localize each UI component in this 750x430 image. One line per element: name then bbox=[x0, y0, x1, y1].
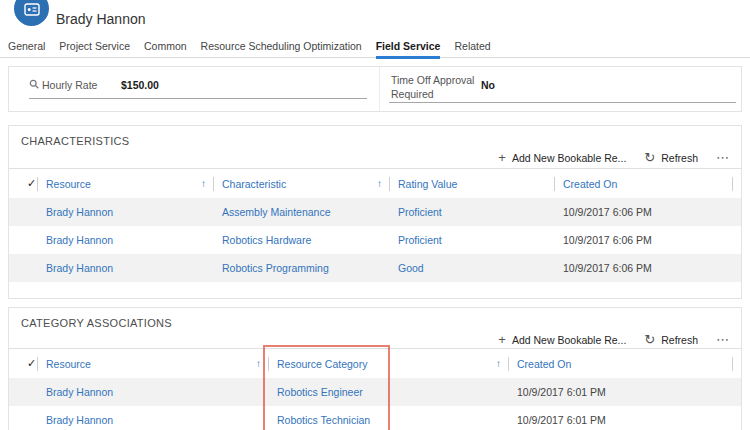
characteristics-grid: ✓ Resource ↑ Characteristic ↑ Rating Val… bbox=[9, 168, 741, 282]
column-header-label: Resource bbox=[46, 178, 91, 190]
page-title: Brady Hannon bbox=[56, 11, 146, 27]
column-divider bbox=[379, 67, 380, 111]
grid-header-row: ✓ Resource ↑ Characteristic ↑ Rating Val… bbox=[9, 168, 741, 198]
column-header-resource-category[interactable]: Resource Category ↑ bbox=[268, 349, 508, 378]
hourly-rate-value[interactable]: $150.00 bbox=[121, 79, 159, 91]
column-header-label: Rating Value bbox=[398, 178, 457, 190]
sort-ascending-icon: ↑ bbox=[496, 358, 501, 369]
table-row[interactable]: Brady Hannon Robotics Engineer 10/9/2017… bbox=[9, 378, 741, 406]
resource-link[interactable]: Brady Hannon bbox=[37, 234, 213, 246]
avatar bbox=[14, 0, 49, 26]
contact-badge-icon bbox=[24, 3, 40, 26]
created-on-cell: 10/9/2017 6:06 PM bbox=[554, 262, 732, 274]
resource-form-page: Brady Hannon General Project Service Com… bbox=[0, 0, 750, 430]
field-service-fields-section: Hourly Rate $150.00 Time Off Approval Re… bbox=[8, 66, 742, 112]
sort-ascending-icon: ↑ bbox=[377, 178, 382, 189]
created-on-cell: 10/9/2017 6:01 PM bbox=[508, 386, 732, 398]
refresh-button-label: Refresh bbox=[661, 334, 698, 346]
resource-link[interactable]: Brady Hannon bbox=[37, 414, 268, 426]
column-header-label: Resource bbox=[46, 358, 91, 370]
category-associations-grid: ✓ Resource ↑ Resource Category ↑ Created… bbox=[9, 348, 741, 430]
resource-link[interactable]: Brady Hannon bbox=[37, 206, 213, 218]
rating-value-link[interactable]: Good bbox=[389, 262, 554, 274]
category-associations-toolbar: + Add New Bookable Re... ↻ Refresh ⋯ bbox=[498, 332, 729, 347]
column-header-created-on[interactable]: Created On bbox=[508, 349, 732, 378]
table-row[interactable]: Brady Hannon Robotics Hardware Proficien… bbox=[9, 226, 741, 254]
refresh-button[interactable]: ↻ Refresh bbox=[644, 151, 698, 164]
characteristic-link[interactable]: Assembly Maintenance bbox=[213, 206, 389, 218]
resource-link[interactable]: Brady Hannon bbox=[37, 262, 213, 274]
created-on-cell: 10/9/2017 6:06 PM bbox=[554, 234, 732, 246]
form-tab-bar: General Project Service Common Resource … bbox=[0, 39, 750, 58]
sort-ascending-icon: ↑ bbox=[256, 358, 261, 369]
time-off-approval-value[interactable]: No bbox=[481, 79, 495, 91]
column-header-created-on[interactable]: Created On bbox=[554, 169, 732, 198]
refresh-icon: ↻ bbox=[644, 151, 655, 164]
select-all-checkbox[interactable]: ✓ bbox=[9, 357, 37, 370]
characteristics-section: CHARACTERISTICS + Add New Bookable Re...… bbox=[8, 125, 742, 299]
tab-related[interactable]: Related bbox=[454, 40, 490, 57]
ellipsis-icon: ⋯ bbox=[716, 332, 729, 347]
column-header-label: Resource Category bbox=[277, 358, 367, 370]
more-commands-button[interactable]: ⋯ bbox=[716, 150, 729, 165]
created-on-cell: 10/9/2017 6:06 PM bbox=[554, 206, 732, 218]
hourly-rate-label: Hourly Rate bbox=[42, 79, 97, 91]
column-header-resource[interactable]: Resource ↑ bbox=[37, 169, 213, 198]
refresh-button-label: Refresh bbox=[661, 152, 698, 164]
field-underline bbox=[29, 98, 367, 99]
header-spacer bbox=[732, 349, 741, 378]
tab-common[interactable]: Common bbox=[144, 40, 187, 57]
add-button-label: Add New Bookable Re... bbox=[512, 152, 626, 164]
time-off-approval-label: Time Off Approval Required bbox=[391, 73, 479, 101]
table-row[interactable]: Brady Hannon Robotics Programming Good 1… bbox=[9, 254, 741, 282]
column-header-resource[interactable]: Resource ↑ bbox=[37, 349, 268, 378]
sort-ascending-icon: ↑ bbox=[201, 178, 206, 189]
column-header-characteristic[interactable]: Characteristic ↑ bbox=[213, 169, 389, 198]
characteristic-link[interactable]: Robotics Hardware bbox=[213, 234, 389, 246]
rating-value-link[interactable]: Proficient bbox=[389, 206, 554, 218]
tab-general[interactable]: General bbox=[8, 40, 45, 57]
table-row[interactable]: Brady Hannon Robotics Technician 10/9/20… bbox=[9, 406, 741, 430]
field-underline bbox=[389, 102, 736, 103]
characteristics-section-title: CHARACTERISTICS bbox=[21, 135, 129, 147]
plus-icon: + bbox=[498, 333, 506, 346]
characteristic-link[interactable]: Robotics Programming bbox=[213, 262, 389, 274]
category-associations-section: CATEGORY ASSOCIATIONS + Add New Bookable… bbox=[8, 307, 742, 430]
grid-header-row: ✓ Resource ↑ Resource Category ↑ Created… bbox=[9, 348, 741, 378]
rating-value-link[interactable]: Proficient bbox=[389, 234, 554, 246]
more-commands-button[interactable]: ⋯ bbox=[716, 332, 729, 347]
ellipsis-icon: ⋯ bbox=[716, 150, 729, 165]
characteristics-toolbar: + Add New Bookable Re... ↻ Refresh ⋯ bbox=[498, 150, 729, 165]
resource-category-link[interactable]: Robotics Technician bbox=[268, 414, 508, 426]
header-spacer bbox=[732, 169, 741, 198]
plus-icon: + bbox=[498, 151, 506, 164]
tab-project-service[interactable]: Project Service bbox=[59, 40, 130, 57]
refresh-button[interactable]: ↻ Refresh bbox=[644, 333, 698, 346]
column-header-label: Created On bbox=[563, 178, 617, 190]
select-all-checkbox[interactable]: ✓ bbox=[9, 177, 37, 190]
resource-category-link[interactable]: Robotics Engineer bbox=[268, 386, 508, 398]
table-row[interactable]: Brady Hannon Assembly Maintenance Profic… bbox=[9, 198, 741, 226]
column-header-rating-value[interactable]: Rating Value bbox=[389, 169, 554, 198]
lock-icon bbox=[29, 76, 40, 94]
refresh-icon: ↻ bbox=[644, 333, 655, 346]
resource-link[interactable]: Brady Hannon bbox=[37, 386, 268, 398]
column-header-label: Created On bbox=[517, 358, 571, 370]
tab-field-service[interactable]: Field Service bbox=[376, 40, 441, 59]
column-header-label: Characteristic bbox=[222, 178, 286, 190]
category-associations-section-title: CATEGORY ASSOCIATIONS bbox=[21, 317, 172, 329]
tab-resource-scheduling-optimization[interactable]: Resource Scheduling Optimization bbox=[201, 40, 362, 57]
add-button-label: Add New Bookable Re... bbox=[512, 334, 626, 346]
add-new-bookable-resource-button[interactable]: + Add New Bookable Re... bbox=[498, 151, 626, 164]
add-new-bookable-resource-button[interactable]: + Add New Bookable Re... bbox=[498, 333, 626, 346]
created-on-cell: 10/9/2017 6:01 PM bbox=[508, 414, 732, 426]
